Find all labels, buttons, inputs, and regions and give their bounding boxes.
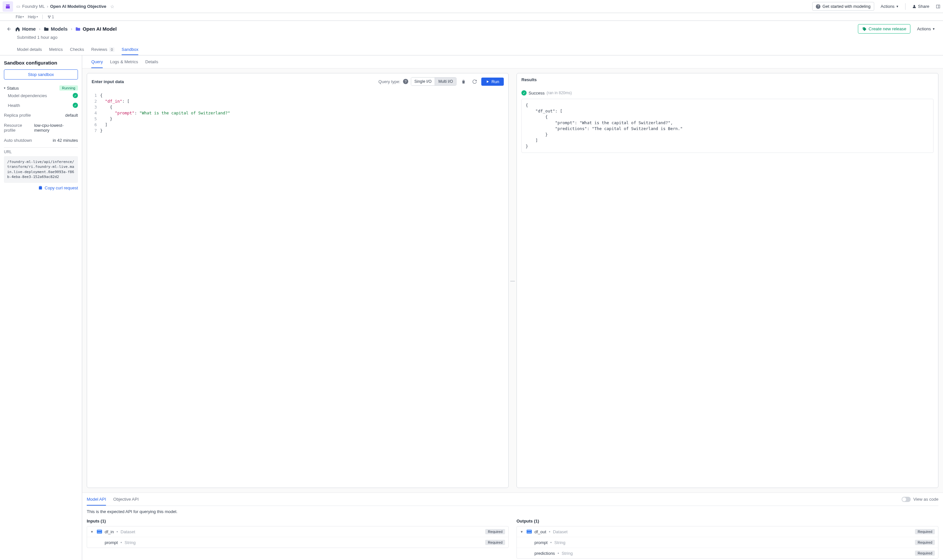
api-description: This is the expected API for querying th… [87, 509, 938, 514]
tab-model-api[interactable]: Model API [87, 493, 106, 506]
required-chip: Required [915, 551, 935, 556]
caret-down-icon[interactable]: ▼ [90, 530, 94, 534]
divider [905, 3, 906, 10]
required-chip: Required [485, 529, 505, 534]
url-value: /foundry-ml-live/api/inference/transform… [4, 156, 78, 183]
stop-sandbox-button[interactable]: Stop sandbox [4, 69, 78, 80]
refresh-icon[interactable] [470, 77, 479, 86]
input-panel-title: Enter input data [92, 79, 124, 84]
delete-icon[interactable] [459, 77, 468, 86]
menu-help[interactable]: Help▾ [28, 15, 38, 19]
copy-curl-button[interactable]: Copy curl request [4, 185, 78, 190]
auto-shutdown-row: Auto shutdown in 42 minutes [4, 135, 78, 145]
subtab-details[interactable]: Details [145, 55, 158, 68]
users-count[interactable]: 1 [47, 15, 54, 19]
content-area: Query Logs & Metrics Details Enter input… [82, 55, 943, 560]
code-editor[interactable]: 1234567 { "df_in": [ { "prompt": "What i… [87, 90, 508, 488]
get-started-button[interactable]: ? Get started with modeling [812, 2, 874, 11]
view-as-code-toggle[interactable] [901, 497, 911, 502]
menubar: File▾ Help▾ 1 [0, 13, 943, 21]
play-icon [486, 80, 490, 83]
page-actions-button[interactable]: Actions ▼ [914, 25, 938, 33]
required-chip: Required [915, 529, 935, 534]
tab-sandbox[interactable]: Sandbox [122, 44, 138, 55]
tab-model-details[interactable]: Model details [17, 44, 42, 55]
sandbox-subtabs: Query Logs & Metrics Details [82, 55, 943, 68]
status-header[interactable]: ▾ Status Running [4, 85, 78, 91]
create-release-button[interactable]: Create new release [858, 24, 911, 34]
line-gutter: 1234567 [87, 92, 100, 485]
tab-metrics[interactable]: Metrics [49, 44, 63, 55]
resource-profile-row: Resource profile low-cpu-lowest-memory [4, 120, 78, 135]
results-panel-title: Results [521, 77, 537, 82]
subtab-logs[interactable]: Logs & Metrics [110, 55, 138, 68]
input-panel: Enter input data Query type: ? Single I/… [87, 73, 508, 488]
home-icon [15, 26, 20, 32]
check-circle-icon: ✓ [73, 93, 78, 98]
query-type-label: Query type: [379, 79, 401, 84]
tab-reviews[interactable]: Reviews 0 [91, 44, 114, 55]
breadcrumb-home[interactable]: Home [15, 26, 36, 32]
svg-rect-0 [937, 5, 940, 8]
subtab-query[interactable]: Query [91, 55, 103, 68]
submitted-text: Submitted 1 hour ago [0, 34, 943, 40]
chevron-right-icon: › [39, 27, 40, 31]
outputs-title: Outputs (1) [516, 518, 938, 523]
sidebar-title: Sandbox configuration [4, 60, 78, 66]
objective-title[interactable]: Open AI Modeling Objective [50, 4, 106, 9]
tag-icon [862, 27, 867, 31]
check-circle-icon: ✓ [73, 103, 78, 108]
dataset-icon [527, 530, 532, 534]
clipboard-icon [38, 185, 43, 190]
input-root-row[interactable]: ▼ df_in • Dataset Required [87, 526, 508, 537]
resize-handle[interactable]: ― [511, 73, 515, 488]
caret-down-icon[interactable]: ▼ [520, 530, 524, 534]
app-logo[interactable] [3, 1, 13, 12]
chevron-right-icon: › [47, 4, 48, 9]
tab-checks[interactable]: Checks [70, 44, 84, 55]
required-chip: Required [485, 540, 505, 545]
status-chip: Running [59, 85, 78, 91]
project-name[interactable]: Foundry ML [22, 4, 45, 9]
outputs-column: Outputs (1) ▼ df_out • Dataset Required … [516, 518, 938, 559]
help-icon: ? [816, 4, 820, 9]
view-as-code-label: View as code [913, 497, 938, 502]
divider [87, 506, 938, 506]
output-root-row[interactable]: ▼ df_out • Dataset Required [517, 526, 938, 537]
results-panel: Results ✓ Success (ran in 820ms) { "df_o… [516, 73, 938, 488]
output-field-row: prompt • String Required [517, 537, 938, 548]
svg-rect-4 [49, 17, 50, 18]
input-field-row: prompt • String Required [87, 537, 508, 548]
folder-icon [44, 27, 49, 31]
svg-rect-2 [48, 15, 49, 17]
org-icon [47, 15, 51, 19]
inputs-title: Inputs (1) [87, 518, 508, 523]
help-icon[interactable]: ? [403, 79, 408, 84]
url-label: URL [4, 149, 78, 154]
run-button[interactable]: Run [481, 78, 504, 86]
multi-io-button[interactable]: Multi I/O [435, 78, 456, 85]
success-status: ✓ Success (ran in 820ms) [521, 89, 934, 99]
reviews-count-badge: 0 [109, 47, 114, 52]
results-output: { "df_out": [ { "prompt": "What is the c… [521, 99, 934, 153]
sidebar: Sandbox configuration Stop sandbox ▾ Sta… [0, 55, 82, 560]
tab-objective-api[interactable]: Objective API [113, 493, 139, 506]
topbar-actions-button[interactable]: Actions ▼ [879, 3, 901, 10]
query-panels: Enter input data Query type: ? Single I/… [82, 68, 943, 492]
check-circle-icon: ✓ [521, 90, 527, 95]
breadcrumb-current: Open AI Model [76, 26, 116, 32]
share-button[interactable]: Share [910, 3, 931, 10]
back-button[interactable] [5, 25, 13, 33]
caret-down-icon: ▾ [4, 86, 6, 90]
svg-line-6 [49, 17, 50, 17]
breadcrumb-models[interactable]: Models [44, 26, 68, 32]
caret-down-icon: ▼ [896, 5, 899, 8]
svg-line-5 [49, 17, 49, 17]
inputs-column: Inputs (1) ▼ df_in • Dataset Required pr… [87, 518, 508, 559]
single-io-button[interactable]: Single I/O [411, 78, 435, 85]
breadcrumb: Home › Models › Open AI Model [15, 26, 117, 32]
divider [4, 147, 78, 148]
star-icon[interactable]: ☆ [110, 4, 114, 9]
panel-toggle-icon[interactable] [936, 4, 940, 9]
menu-file[interactable]: File▾ [15, 15, 24, 19]
